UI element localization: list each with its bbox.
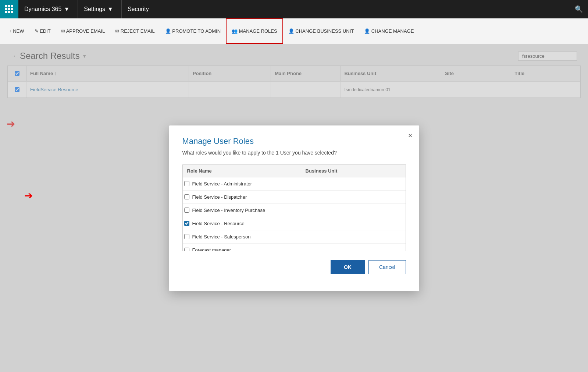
apps-icon[interactable] <box>0 0 18 18</box>
role-table: Role Name Business Unit Field Service - … <box>182 164 406 251</box>
svg-rect-0 <box>5 5 7 7</box>
svg-rect-3 <box>5 8 7 10</box>
role-checkbox-3[interactable] <box>184 221 189 226</box>
modal-buttons: OK Cancel <box>182 260 406 274</box>
role-checkbox-0[interactable] <box>184 181 189 186</box>
manage-roles-button[interactable]: 👥 MANAGE ROLES <box>226 18 283 44</box>
role-name-3: Field Service - Resource <box>192 221 404 226</box>
reject-email-button[interactable]: ✉ REJECT EMAIL <box>110 18 160 44</box>
search-icon[interactable]: 🔍 <box>570 0 588 18</box>
approve-email-button[interactable]: ✉ APPROVE EMAIL <box>56 18 110 44</box>
role-row: Forecast manager <box>183 244 406 251</box>
role-name-5: Forecast manager <box>192 247 404 251</box>
svg-rect-8 <box>11 11 13 13</box>
promote-admin-button[interactable]: 👤 PROMOTE TO ADMIN <box>160 18 226 44</box>
role-row: Field Service - Resource <box>183 217 406 230</box>
modal-title: Manage User Roles <box>182 137 406 146</box>
ok-button[interactable]: OK <box>331 260 365 274</box>
modal-arrow-indicator: ➔ <box>24 189 33 201</box>
role-checkbox-2[interactable] <box>184 208 189 213</box>
role-table-header: Role Name Business Unit <box>183 165 406 177</box>
role-row: Field Service - Inventory Purchase <box>183 204 406 217</box>
change-manage-button[interactable]: 👤 CHANGE MANAGE <box>359 18 419 44</box>
change-bu-button[interactable]: 👤 CHANGE BUSINESS UNIT <box>283 18 359 44</box>
svg-rect-2 <box>11 5 13 7</box>
role-row: Field Service - Administrator <box>183 177 406 191</box>
brand-dropdown-icon: ▼ <box>64 6 70 13</box>
settings-label: Settings <box>84 6 105 13</box>
svg-rect-7 <box>8 11 10 13</box>
svg-rect-5 <box>11 8 13 10</box>
svg-rect-6 <box>5 11 7 13</box>
svg-rect-4 <box>8 8 10 10</box>
role-row: Field Service - Dispatcher <box>183 191 406 204</box>
nav-brand[interactable]: Dynamics 365 ▼ <box>18 0 78 18</box>
modal-close-button[interactable]: × <box>408 131 413 140</box>
role-checkbox-5[interactable] <box>184 248 189 251</box>
edit-button[interactable]: ✎ EDIT <box>29 18 56 44</box>
content-area: → Search Results ▼ ➔ Full Name ↑ Positio… <box>0 44 588 372</box>
svg-rect-1 <box>8 5 10 7</box>
modal-overlay: Manage User Roles What roles would you l… <box>0 44 588 372</box>
role-col-bu: Business Unit <box>301 168 406 174</box>
role-name-0: Field Service - Administrator <box>192 181 404 187</box>
new-button[interactable]: + NEW <box>4 18 29 44</box>
role-checkbox-4[interactable] <box>184 234 189 239</box>
role-name-2: Field Service - Inventory Purchase <box>192 208 404 213</box>
nav-module: Security <box>122 0 155 18</box>
brand-label: Dynamics 365 <box>24 6 61 13</box>
action-toolbar: + NEW ✎ EDIT ✉ APPROVE EMAIL ✉ REJECT EM… <box>0 18 588 44</box>
role-checkbox-1[interactable] <box>184 194 189 199</box>
manage-roles-modal: Manage User Roles What roles would you l… <box>169 125 419 291</box>
role-list: Field Service - AdministratorField Servi… <box>183 177 406 251</box>
role-name-4: Field Service - Salesperson <box>192 234 404 240</box>
cancel-button[interactable]: Cancel <box>368 260 406 274</box>
role-name-1: Field Service - Dispatcher <box>192 194 404 200</box>
role-col-name: Role Name <box>183 165 301 177</box>
role-row: Field Service - Salesperson <box>183 230 406 244</box>
settings-dropdown-icon: ▼ <box>107 6 113 13</box>
top-navigation: Dynamics 365 ▼ Settings ▼ Security 🔍 <box>0 0 588 18</box>
modal-subtitle: What roles would you like to apply to th… <box>182 150 406 156</box>
module-label: Security <box>128 6 149 13</box>
nav-settings[interactable]: Settings ▼ <box>78 0 122 18</box>
